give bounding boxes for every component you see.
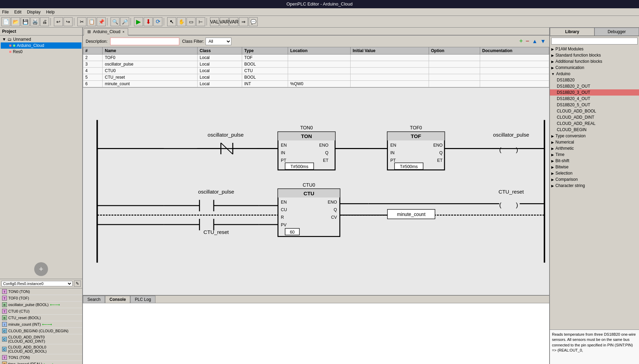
lib-group-char-string[interactable]: ▶ Character string: [550, 183, 639, 189]
lib-group-arduino[interactable]: ▼ Arduino: [550, 71, 639, 77]
cell-doc[interactable]: [480, 68, 549, 74]
cell-name[interactable]: CTU_reset: [103, 74, 198, 81]
add-jump-button[interactable]: VAR: [229, 17, 238, 26]
add-var-button[interactable]: VAL: [210, 17, 219, 26]
tree-root[interactable]: ▼ 🗂 Unnamed: [1, 36, 82, 42]
cell-type[interactable]: INT: [242, 81, 288, 87]
table-row[interactable]: 3 oscillator_pulse Local BOOL: [83, 61, 549, 68]
new-button[interactable]: 📄: [1, 17, 10, 26]
add-connection-button[interactable]: ⇒: [239, 17, 248, 26]
lib-item-ds18b20-5[interactable]: DS18B20_5_OUT: [550, 102, 639, 108]
lib-item-ds18b20[interactable]: DS18B20: [550, 77, 639, 83]
cut-button[interactable]: ✂: [77, 17, 86, 26]
var-item-ton0[interactable]: T TON0 (TON): [0, 288, 82, 295]
cell-doc[interactable]: [480, 55, 549, 61]
table-row[interactable]: 5 CTU_reset Local BOOL: [83, 74, 549, 81]
lib-item-ds18b20-3[interactable]: DS18B20_3_OUT: [550, 89, 639, 96]
var-item-ctu0[interactable]: T CTU0 (CTU): [0, 308, 82, 315]
cell-doc[interactable]: [480, 74, 549, 81]
lib-item-ds18b20-2[interactable]: DS18B20_2_OUT: [550, 83, 639, 89]
open-button[interactable]: 📂: [11, 17, 20, 26]
cell-type[interactable]: CTU: [242, 68, 288, 74]
var-item-osc[interactable]: B oscillator_pulse (BOOL) ⟵⟶: [0, 302, 82, 308]
var-item-cloud-bool[interactable]: C CLOUD_ADD_BOOL0 (CLOUD_ADD_BOOL): [0, 344, 82, 354]
lib-group-time[interactable]: ▶ Time: [550, 151, 639, 158]
coil-button[interactable]: ▭: [187, 17, 195, 26]
cell-class[interactable]: Local: [198, 55, 242, 61]
cell-location[interactable]: [288, 74, 351, 81]
cell-initial[interactable]: [351, 74, 429, 81]
cell-initial[interactable]: [351, 55, 429, 61]
add-var-header-button[interactable]: +: [518, 37, 524, 46]
lib-item-cloud-begin[interactable]: CLOUD_BEGIN: [550, 127, 639, 133]
var-item-ctu-reset[interactable]: B CTU_reset (BOOL): [0, 315, 82, 321]
description-input[interactable]: [110, 38, 179, 45]
cell-class[interactable]: Local: [198, 61, 242, 68]
lib-item-ds18b20-4[interactable]: DS18B20_4_OUT: [550, 96, 639, 102]
config-select[interactable]: Config0.Res0.instance0: [1, 281, 73, 286]
cell-initial[interactable]: [351, 81, 429, 87]
add-comment-button[interactable]: 💬: [249, 17, 258, 26]
copy-button[interactable]: 📋: [87, 17, 96, 26]
connect-button[interactable]: ⟳: [153, 17, 162, 26]
remove-var-button[interactable]: −: [525, 37, 530, 46]
lib-group-bitshift[interactable]: ▶ Bit-shift: [550, 158, 639, 164]
paste-button[interactable]: 📌: [97, 17, 106, 26]
menu-file[interactable]: File: [2, 10, 9, 14]
plc-log-tab[interactable]: PLC Log: [130, 296, 155, 303]
console-tab[interactable]: Console: [105, 296, 130, 303]
var-item-tof0[interactable]: T TOF0 (TOF): [0, 295, 82, 302]
cell-option[interactable]: [429, 55, 480, 61]
var-item-ton1[interactable]: T TON1 (TON): [0, 354, 82, 361]
cell-class[interactable]: Local: [198, 74, 242, 81]
cell-type[interactable]: BOOL: [242, 74, 288, 81]
save-button[interactable]: 💾: [21, 17, 30, 26]
tree-arduino-cloud[interactable]: ■ ■ Arduino_Cloud: [1, 42, 82, 49]
cell-option[interactable]: [429, 61, 480, 68]
cell-option[interactable]: [429, 68, 480, 74]
cell-name[interactable]: TOF0: [103, 55, 198, 61]
cell-location[interactable]: %QW0: [288, 81, 351, 87]
lib-group-bitwise[interactable]: ▶ Bitwise: [550, 164, 639, 170]
cell-option[interactable]: [429, 81, 480, 87]
move-down-button[interactable]: ▼: [540, 37, 546, 46]
add-element-button[interactable]: +: [34, 262, 48, 276]
lib-item-cloud-bool[interactable]: CLOUD_ADD_BOOL: [550, 108, 639, 114]
cell-option[interactable]: [429, 74, 480, 81]
cell-doc[interactable]: [480, 81, 549, 87]
cell-class[interactable]: Local: [198, 68, 242, 74]
cell-initial[interactable]: [351, 61, 429, 68]
lib-group-p1am[interactable]: ▶ P1AM Modules: [550, 46, 639, 52]
add-fb-button[interactable]: VAR: [220, 17, 229, 26]
lib-group-comm[interactable]: ▶ Communication: [550, 65, 639, 71]
config-edit-button[interactable]: ✎: [74, 281, 81, 287]
run-button[interactable]: ▶: [134, 17, 143, 26]
cell-name[interactable]: oscillator_pulse: [103, 61, 198, 68]
menu-help[interactable]: Help: [46, 10, 55, 14]
library-search-input[interactable]: [551, 38, 638, 45]
lib-group-type-conv[interactable]: ▶ Type conversion: [550, 133, 639, 139]
cell-name[interactable]: CTU0: [103, 68, 198, 74]
library-tab[interactable]: Library: [550, 28, 594, 36]
lib-group-std-fb[interactable]: ▶ Standard function blocks: [550, 52, 639, 58]
cell-name[interactable]: minute_count: [103, 81, 198, 87]
search-tab[interactable]: Search: [83, 296, 105, 303]
cell-class[interactable]: Local: [198, 81, 242, 87]
var-item-minute[interactable]: I minute_count (INT) ⟵⟶: [0, 321, 82, 328]
move-up-button[interactable]: ▲: [531, 37, 538, 46]
print-button[interactable]: 🖨: [40, 17, 49, 26]
lib-group-add-fb[interactable]: ▶ Additional function blocks: [550, 58, 639, 65]
cell-initial[interactable]: [351, 68, 429, 74]
pan-button[interactable]: ✋: [177, 17, 186, 26]
var-item-cloud-begin[interactable]: C CLOUD_BEGIN0 (CLOUD_BEGIN): [0, 328, 82, 334]
var-item-time-lapsed[interactable]: R time_lapsed (REAL) ⟵⟶: [0, 361, 82, 364]
arduino-cloud-tab[interactable]: ⊞ Arduino_Cloud ×: [84, 28, 128, 36]
lib-item-cloud-dint[interactable]: CLOUD_ADD_DINT: [550, 114, 639, 120]
lib-group-selection[interactable]: ▶ Selection: [550, 170, 639, 176]
cell-location[interactable]: [288, 61, 351, 68]
tab-close-button[interactable]: ×: [122, 30, 124, 34]
cell-doc[interactable]: [480, 61, 549, 68]
table-row[interactable]: 2 TOF0 Local TOF: [83, 55, 549, 61]
save-as-button[interactable]: 🖨️: [30, 17, 39, 26]
tree-res0[interactable]: ■ Res0: [1, 49, 82, 55]
